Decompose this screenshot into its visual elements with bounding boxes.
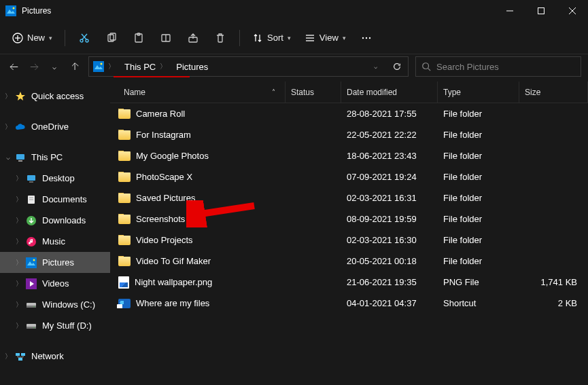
sidebar-quick-access[interactable]: 〉 Quick access — [0, 86, 110, 107]
column-header-size[interactable]: Size — [519, 81, 588, 103]
svg-point-24 — [362, 37, 364, 38]
sidebar-item-pictures[interactable]: 〉Pictures — [0, 252, 110, 273]
table-row[interactable]: My Google Photos18-06-2021 23:43File fol… — [110, 145, 588, 166]
drive-icon — [26, 320, 37, 331]
search-box[interactable] — [415, 56, 581, 77]
address-dropdown-button[interactable]: ⌵ — [364, 57, 386, 76]
svg-rect-33 — [16, 154, 24, 160]
svg-rect-35 — [27, 175, 35, 181]
svg-point-25 — [366, 37, 367, 38]
cloud-icon — [15, 122, 26, 132]
svg-point-44 — [33, 259, 35, 261]
search-input[interactable] — [436, 62, 575, 72]
refresh-button[interactable] — [386, 57, 408, 76]
table-row[interactable]: Night wallpaper.png21-06-2021 19:35PNG F… — [110, 272, 588, 293]
back-button[interactable]: 🡠 — [7, 62, 20, 72]
svg-point-11 — [86, 39, 88, 42]
drive-icon — [26, 299, 37, 310]
desktop-icon — [26, 173, 37, 184]
file-size: 2 KB — [519, 298, 588, 308]
svg-rect-4 — [538, 8, 544, 14]
column-header-status[interactable]: Status — [286, 81, 341, 103]
svg-marker-32 — [16, 92, 25, 100]
sidebar-network[interactable]: 〉 Network — [0, 346, 110, 367]
sidebar-item-my-stuff-d-[interactable]: 〉My Stuff (D:) — [0, 315, 110, 336]
chevron-right-icon: 〉 — [14, 321, 24, 331]
sidebar-item-music[interactable]: 〉Music — [0, 231, 110, 252]
forward-button[interactable]: 🡢 — [27, 62, 41, 72]
chevron-right-icon: 〉 — [14, 300, 24, 310]
column-header-type[interactable]: Type — [438, 81, 519, 103]
sidebar-this-pc[interactable]: ⌵ This PC — [0, 147, 110, 168]
chevron-down-icon: ▾ — [343, 35, 346, 41]
sidebar-item-documents[interactable]: 〉Documents — [0, 189, 110, 210]
pictures-icon — [26, 257, 37, 268]
share-icon — [188, 33, 198, 43]
minimize-button[interactable] — [494, 0, 525, 22]
pictures-icon — [93, 61, 104, 72]
toolbar-separator — [65, 30, 65, 46]
file-type: PNG File — [438, 277, 519, 287]
rename-button[interactable] — [152, 26, 179, 50]
table-row[interactable]: Saved Pictures02-03-2021 16:31File folde… — [110, 187, 588, 208]
chevron-right-icon: 〉 — [14, 279, 24, 289]
svg-rect-36 — [29, 181, 33, 183]
folder-icon — [118, 194, 131, 203]
file-type: File folder — [438, 130, 519, 140]
table-row[interactable]: Video Projects02-03-2021 16:30File folde… — [110, 230, 588, 251]
file-name: My Google Photos — [136, 151, 209, 161]
svg-rect-54 — [21, 353, 25, 356]
window-title: Pictures — [22, 6, 51, 16]
sort-ascending-icon: ˄ — [272, 88, 275, 96]
sidebar-item-videos[interactable]: 〉Videos — [0, 273, 110, 294]
maximize-button[interactable] — [525, 0, 557, 22]
file-date: 18-06-2021 23:43 — [341, 151, 438, 161]
address-segment-this-pc[interactable]: This PC〉 — [120, 57, 172, 76]
close-button[interactable] — [557, 0, 588, 22]
column-header-date[interactable]: Date modified — [341, 81, 438, 103]
sidebar-item-downloads[interactable]: 〉Downloads — [0, 210, 110, 231]
paste-button[interactable] — [125, 26, 152, 50]
file-date: 21-06-2021 19:35 — [341, 277, 438, 287]
address-root-icon[interactable]: 〉 — [89, 57, 120, 76]
table-row[interactable]: For Instagram22-05-2021 22:22File folder — [110, 124, 588, 145]
sidebar-onedrive[interactable]: 〉 OneDrive — [0, 116, 110, 137]
sidebar: 〉 Quick access 〉 OneDrive ⌵ This PC 〉Des… — [0, 81, 110, 385]
sidebar-item-desktop[interactable]: 〉Desktop — [0, 168, 110, 189]
sidebar-item-windows-c-[interactable]: 〉Windows (C:) — [0, 294, 110, 315]
recent-locations-button[interactable]: ⌵ — [48, 63, 61, 71]
table-row[interactable]: Video To Gif Maker20-05-2021 00:18File f… — [110, 251, 588, 272]
up-button[interactable]: 🡡 — [68, 62, 82, 72]
search-icon — [421, 62, 431, 71]
column-header-name[interactable]: Name˄ — [110, 81, 286, 103]
table-row[interactable]: PhotoScape X07-09-2021 19:24File folder — [110, 166, 588, 187]
svg-rect-42 — [26, 257, 37, 268]
table-row[interactable]: Camera Roll28-08-2021 17:55File folder — [110, 103, 588, 124]
chevron-right-icon: 〉 — [14, 174, 24, 183]
more-button[interactable] — [353, 26, 380, 50]
file-type: File folder — [438, 256, 519, 266]
chevron-right-icon: 〉 — [3, 352, 14, 361]
file-type: File folder — [438, 151, 519, 161]
file-date: 22-05-2021 22:22 — [341, 130, 438, 140]
share-button[interactable] — [179, 26, 207, 50]
svg-point-2 — [13, 7, 15, 10]
address-bar[interactable]: 〉 This PC〉 Pictures ⌵ — [88, 56, 409, 77]
address-segment-pictures[interactable]: Pictures — [172, 57, 212, 76]
table-row[interactable]: Screenshots08-09-2021 19:59File folder — [110, 208, 588, 230]
cut-button[interactable] — [71, 26, 98, 50]
view-button[interactable]: View ▾ — [298, 26, 353, 50]
delete-button[interactable] — [207, 26, 234, 50]
chevron-right-icon: 〉 — [107, 62, 116, 71]
svg-rect-51 — [27, 327, 36, 329]
file-name: Video Projects — [136, 235, 193, 245]
chevron-down-icon: ▾ — [288, 35, 291, 41]
copy-button[interactable] — [98, 26, 125, 50]
file-size: 1,741 KB — [519, 277, 588, 287]
new-button[interactable]: New ▾ — [5, 26, 59, 50]
folder-icon — [118, 151, 131, 161]
table-row[interactable]: Where are my files04-01-2021 04:37Shortc… — [110, 293, 588, 314]
pc-icon — [15, 152, 26, 163]
music-icon — [26, 236, 37, 247]
sort-button[interactable]: Sort ▾ — [245, 26, 298, 50]
